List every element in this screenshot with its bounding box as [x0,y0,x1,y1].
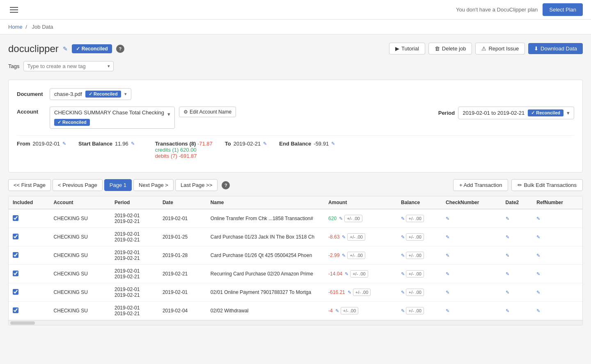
row-checkbox[interactable] [13,215,18,221]
edit-account-button[interactable]: ⚙ Edit Account Name [179,107,236,117]
row-checkbox[interactable] [13,252,18,258]
cell-name: 02/01 Online Payment 7901788327 To Mortg… [206,283,324,302]
document-dropdown-arrow[interactable]: ▾ [124,91,127,97]
date2-edit-icon[interactable]: ✎ [506,234,509,239]
balance-edit-icon[interactable]: ✎ [401,253,405,258]
plus-minus-button[interactable]: +/- .00 [353,289,371,296]
cell-period: 2019-02-01 2019-02-21 [110,283,158,302]
date2-edit-icon[interactable]: ✎ [506,271,509,276]
cell-account: CHECKING SU [50,228,110,246]
first-page-button[interactable]: << First Page [8,179,51,191]
row-checkbox[interactable] [13,289,18,295]
hamburger-menu[interactable] [8,5,20,14]
cell-period: 2019-02-01 2019-02-21 [110,209,158,228]
col-date: Date [158,196,206,209]
account-dropdown-arrow[interactable]: ▾ [167,109,170,117]
last-page-button[interactable]: Last Page >> [175,179,218,191]
refnumber-edit-icon[interactable]: ✎ [536,308,540,313]
start-balance-edit-icon[interactable]: ✎ [131,141,135,146]
amount-edit-icon[interactable]: ✎ [341,234,346,239]
checknumber-edit-icon[interactable]: ✎ [446,271,449,276]
amount-edit-icon[interactable]: ✎ [344,271,348,276]
balance-edit-icon[interactable]: ✎ [401,216,405,221]
reconciled-badge: ✓ Reconciled [72,44,112,53]
next-page-button[interactable]: Next Page > [133,179,174,191]
balance-pm-button[interactable]: +/- .00 [406,289,424,296]
account-name-text: CHECKING SUMMARY Chase Total Checking [54,109,164,116]
cell-name: 02/02 Withdrawal [206,302,324,320]
breadcrumb-home[interactable]: Home [8,24,23,30]
delete-job-button[interactable]: 🗑 Delete job [428,43,472,55]
row-checkbox[interactable] [13,271,18,276]
pagination-help-icon[interactable]: ? [222,181,230,189]
trash-icon: 🗑 [435,46,440,52]
report-issue-button[interactable]: ⚠ Report Issue [475,43,525,55]
table-scrollbar[interactable] [9,320,582,325]
amount-edit-icon[interactable]: ✎ [346,290,351,295]
plus-minus-button[interactable]: +/- .00 [341,307,359,314]
date2-edit-icon[interactable]: ✎ [506,216,509,221]
refnumber-edit-icon[interactable]: ✎ [536,216,540,221]
balance-pm-button[interactable]: +/- .00 [406,233,424,241]
tags-input[interactable] [27,63,106,69]
start-balance-label: Start Balance [78,141,112,147]
checknumber-edit-icon[interactable]: ✎ [446,216,449,221]
header-help-icon[interactable]: ? [116,45,124,53]
row-checkbox[interactable] [13,234,18,239]
plus-minus-button[interactable]: +/- .00 [344,215,362,222]
checknumber-edit-icon[interactable]: ✎ [446,290,449,295]
cell-checknumber: ✎ [442,246,502,265]
balance-edit-icon[interactable]: ✎ [401,234,405,239]
cell-included [9,228,50,246]
date2-edit-icon[interactable]: ✎ [506,253,509,258]
credits-row: credits (1) 620.00 [155,147,213,153]
refnumber-edit-icon[interactable]: ✎ [536,253,540,258]
refnumber-edit-icon[interactable]: ✎ [536,271,540,276]
bulk-edit-button[interactable]: ✏ Bulk Edit Transactions [511,179,583,191]
document-file-wrapper: chase-3.pdf ✓ Reconciled ▾ [50,88,131,100]
plus-minus-button[interactable]: +/- .00 [347,252,365,259]
end-balance-item: End Balance -59.91 ✎ [279,141,335,147]
balance-pm-button[interactable]: +/- .00 [406,215,424,222]
plus-minus-button[interactable]: +/- .00 [347,233,365,241]
refnumber-edit-icon[interactable]: ✎ [536,234,540,239]
to-edit-icon[interactable]: ✎ [263,141,267,146]
row-checkbox[interactable] [13,307,18,313]
amount-value: -14.04 [328,271,342,277]
date2-edit-icon[interactable]: ✎ [506,290,509,295]
amount-edit-icon[interactable]: ✎ [334,308,339,313]
amount-edit-icon[interactable]: ✎ [338,216,343,221]
from-edit-icon[interactable]: ✎ [62,141,66,146]
cell-date: 2019-02-01 [158,209,206,228]
balance-edit-icon[interactable]: ✎ [401,290,405,295]
balance-edit-icon[interactable]: ✎ [401,308,405,313]
tags-row: Tags ▾ [8,61,583,71]
plus-minus-button[interactable]: +/- .00 [350,270,368,278]
page-1-button[interactable]: Page 1 [104,179,132,191]
add-transaction-button[interactable]: + Add Transaction [453,179,508,191]
cell-date: 2019-02-04 [158,302,206,320]
table-row: CHECKING SU2019-02-01 2019-02-212019-02-… [9,302,582,320]
select-plan-button[interactable]: Select Plan [543,3,583,16]
date2-edit-icon[interactable]: ✎ [506,308,509,313]
balance-edit-icon[interactable]: ✎ [401,271,405,276]
tutorial-button[interactable]: ▶ Tutorial [389,43,425,55]
nav-right: You don't have a DocuClipper plan Select… [456,3,583,16]
cell-date: 2019-02-01 [158,283,206,302]
amount-edit-icon[interactable]: ✎ [341,253,346,258]
checknumber-edit-icon[interactable]: ✎ [446,253,449,258]
checknumber-edit-icon[interactable]: ✎ [446,234,449,239]
balance-pm-button[interactable]: +/- .00 [406,252,424,259]
title-edit-icon[interactable]: ✎ [63,46,68,52]
checknumber-edit-icon[interactable]: ✎ [446,308,449,313]
download-data-button[interactable]: ⬇ Download Data [528,43,583,54]
balance-pm-button[interactable]: +/- .00 [406,270,424,278]
period-dropdown-arrow[interactable]: ▾ [567,110,570,116]
end-balance-edit-icon[interactable]: ✎ [331,141,335,146]
document-label: Document [17,91,46,97]
prev-page-button[interactable]: < Previous Page [53,179,103,191]
balance-pm-button[interactable]: +/- .00 [406,307,424,314]
refnumber-edit-icon[interactable]: ✎ [536,290,540,295]
from-item: From 2019-02-01 ✎ [17,141,66,147]
tags-dropdown-arrow[interactable]: ▾ [108,64,110,69]
